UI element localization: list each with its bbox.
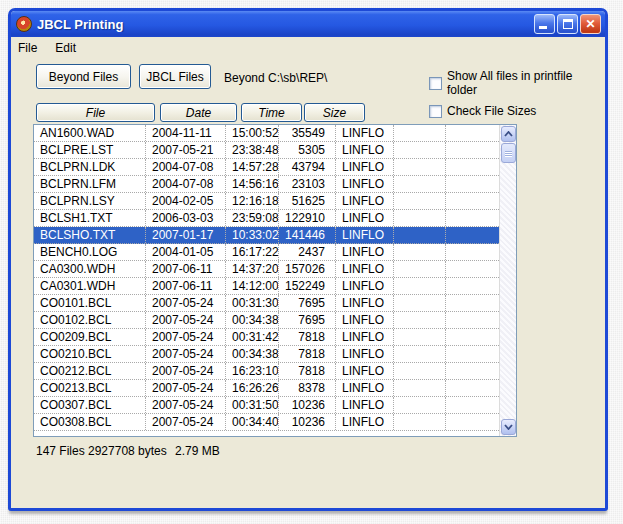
app-window: JBCL Printing ✕ File Edit Beyond Files J… [8,8,608,511]
cell-file: CO0308.BCL [34,414,146,430]
check-file-sizes-checkbox[interactable] [429,105,442,118]
table-row[interactable]: CO0102.BCL 2007-05-24 00:34:38 7695 LINF… [34,312,499,329]
cell-time: 15:00:52 [226,125,279,141]
cell-size: 8378 [279,380,336,396]
table-row[interactable]: CO0307.BCL 2007-05-24 00:31:50 10236 LIN… [34,397,499,414]
file-count-status: 147 Files 2927708 bytes [36,444,167,458]
cell-program: LINFLO [336,159,394,175]
cell-filler [446,363,499,379]
cell-time: 14:37:20 [226,261,279,277]
table-row[interactable]: BCLPRN.LDK 2004-07-08 14:57:28 43794 LIN… [34,159,499,176]
sort-by-time-button[interactable]: Time [241,103,302,122]
vertical-scrollbar[interactable] [499,125,516,436]
cell-size: 43794 [279,159,336,175]
client-area: File Edit Beyond Files JBCL Files Beyond… [11,37,605,508]
table-row[interactable]: BCLSHO.TXT 2007-01-17 10:33:02 141446 LI… [34,227,499,244]
cell-date: 2007-05-24 [146,414,226,430]
cell-date: 2007-05-24 [146,397,226,413]
beyond-files-button[interactable]: Beyond Files [36,64,131,89]
file-table-body: AN1600.WAD 2004-11-11 15:00:52 35549 LIN… [34,125,499,436]
table-row[interactable]: CO0209.BCL 2007-05-24 00:31:42 7818 LINF… [34,329,499,346]
table-row[interactable]: BENCH0.LOG 2004-01-05 16:17:22 2437 LINF… [34,244,499,261]
cell-program: LINFLO [336,312,394,328]
show-all-files-label: Show All files in printfile folder [447,69,605,97]
thumb-grip-icon [505,155,512,156]
cell-program: LINFLO [336,125,394,141]
cell-time: 23:38:48 [226,142,279,158]
show-all-files-checkbox[interactable] [429,77,442,90]
sort-by-date-button[interactable]: Date [160,103,237,122]
scrollbar-thumb[interactable] [501,143,516,163]
minimize-button[interactable] [534,14,555,34]
cell-size: 7818 [279,329,336,345]
cell-file: CO0102.BCL [34,312,146,328]
cell-time: 14:57:28 [226,159,279,175]
table-row[interactable]: CO0210.BCL 2007-05-24 00:34:38 7818 LINF… [34,346,499,363]
window-title: JBCL Printing [37,17,534,32]
cell-program: LINFLO [336,176,394,192]
cell-filler [446,176,499,192]
cell-filler [446,125,499,141]
cell-date: 2007-05-24 [146,363,226,379]
cell-blank [394,312,446,328]
cell-program: LINFLO [336,227,394,243]
scroll-down-button[interactable] [501,419,516,435]
cell-size: 10236 [279,414,336,430]
scroll-up-button[interactable] [501,126,516,142]
cell-program: LINFLO [336,329,394,345]
table-row[interactable]: BCLPRN.LFM 2004-07-08 14:56:16 23103 LIN… [34,176,499,193]
cell-filler [446,329,499,345]
cell-size: 51625 [279,193,336,209]
cell-date: 2007-05-21 [146,142,226,158]
cell-blank [394,125,446,141]
window-controls: ✕ [534,14,601,34]
table-row[interactable]: BCLSH1.TXT 2006-03-03 23:59:08 122910 LI… [34,210,499,227]
minimize-icon [539,26,547,29]
close-button[interactable]: ✕ [580,14,601,34]
cell-filler [446,193,499,209]
cell-file: BCLPRN.LSY [34,193,146,209]
table-row[interactable]: CA0300.WDH 2007-06-11 14:37:20 157026 LI… [34,261,499,278]
cell-filler [446,346,499,362]
table-row[interactable]: CO0213.BCL 2007-05-24 16:26:26 8378 LINF… [34,380,499,397]
table-row[interactable]: CO0212.BCL 2007-05-24 16:23:10 7818 LINF… [34,363,499,380]
cell-size: 7695 [279,295,336,311]
cell-size: 152249 [279,278,336,294]
cell-date: 2004-07-08 [146,176,226,192]
table-row[interactable]: CA0301.WDH 2007-06-11 14:12:00 152249 LI… [34,278,499,295]
cell-program: LINFLO [336,193,394,209]
table-row[interactable]: BCLPRN.LSY 2004-02-05 12:16:18 51625 LIN… [34,193,499,210]
cell-filler [446,261,499,277]
cell-filler [446,244,499,260]
check-file-sizes-option: Check File Sizes [429,104,536,118]
title-bar[interactable]: JBCL Printing ✕ [11,11,605,37]
cell-blank [394,210,446,226]
cell-file: CO0209.BCL [34,329,146,345]
table-row[interactable]: CO0101.BCL 2007-05-24 00:31:30 7695 LINF… [34,295,499,312]
cell-blank [394,363,446,379]
cell-blank [394,380,446,396]
cell-file: CO0213.BCL [34,380,146,396]
cell-file: BCLSHO.TXT [34,227,146,243]
chevron-down-icon [504,424,513,430]
cell-program: LINFLO [336,414,394,430]
desktop-background: JBCL Printing ✕ File Edit Beyond Files J… [0,0,623,524]
menu-edit[interactable]: Edit [53,39,84,57]
cell-filler [446,227,499,243]
sort-by-file-button[interactable]: File [36,103,155,122]
table-row[interactable]: BCLPRE.LST 2007-05-21 23:38:48 5305 LINF… [34,142,499,159]
cell-date: 2004-07-08 [146,159,226,175]
menu-file[interactable]: File [16,39,45,57]
cell-size: 5305 [279,142,336,158]
cell-time: 14:12:00 [226,278,279,294]
cell-file: CO0212.BCL [34,363,146,379]
table-row[interactable]: AN1600.WAD 2004-11-11 15:00:52 35549 LIN… [34,125,499,142]
maximize-button[interactable] [557,14,578,34]
jbcl-files-button[interactable]: JBCL Files [139,64,211,89]
sort-by-size-button[interactable]: Size [304,103,365,122]
cell-time: 00:34:40 [226,414,279,430]
cell-time: 16:23:10 [226,363,279,379]
cell-time: 16:17:22 [226,244,279,260]
cell-file: BCLPRN.LDK [34,159,146,175]
table-row[interactable]: CO0308.BCL 2007-05-24 00:34:40 10236 LIN… [34,414,499,431]
